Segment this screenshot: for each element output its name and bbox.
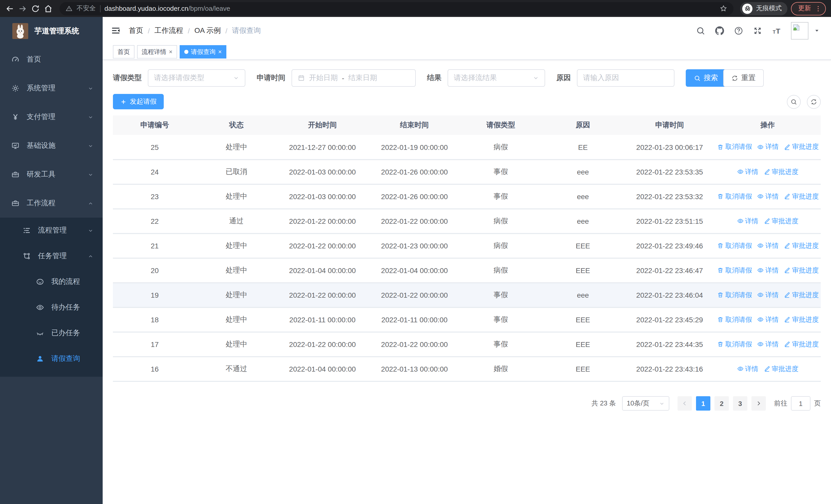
approval-progress-link[interactable]: 审批进度 (784, 241, 819, 250)
approval-progress-link[interactable]: 审批进度 (784, 192, 819, 201)
tab-process-detail[interactable]: 流程详情× (137, 45, 177, 59)
avatar[interactable] (791, 22, 808, 39)
font-size-icon[interactable]: TT (772, 26, 781, 35)
pen-icon (784, 317, 791, 323)
pen-icon (784, 267, 791, 274)
page-3-button[interactable]: 3 (733, 396, 747, 411)
browser-menu-icon[interactable] (814, 5, 822, 12)
leave-type-select[interactable]: 请选择请假类型 (148, 69, 245, 87)
detail-link[interactable]: 详情 (757, 291, 779, 300)
table-header-row: 申请编号状态开始时间结束时间请假类型原因申请时间操作 (113, 116, 821, 135)
sidebar-item-done-tasks[interactable]: 已办任务 (0, 320, 103, 346)
approval-progress-link[interactable]: 审批进度 (764, 167, 798, 177)
detail-link[interactable]: 详情 (757, 241, 779, 250)
page-1-button[interactable]: 1 (696, 396, 710, 411)
avatar-caret-down-icon[interactable] (814, 28, 820, 33)
detail-link[interactable]: 详情 (757, 266, 779, 275)
sidebar-item-my-process[interactable]: 我的流程 (0, 269, 103, 295)
detail-link[interactable]: 详情 (757, 315, 779, 324)
github-icon[interactable] (715, 26, 724, 35)
help-icon[interactable] (734, 26, 743, 35)
cancel-leave-link[interactable]: 取消请假 (717, 142, 752, 152)
detail-link[interactable]: 详情 (737, 167, 758, 177)
next-page-button[interactable] (751, 396, 766, 411)
menu-fold-icon[interactable] (111, 26, 121, 35)
apply-time-range-picker[interactable]: 开始日期 - 结束日期 (291, 69, 416, 87)
cancel-leave-link-label: 取消请假 (725, 315, 752, 324)
detail-link-label: 详情 (765, 291, 779, 300)
url-bar[interactable]: 不安全 dashboard.yudao.iocoder.cn/bpm/oa/le… (60, 2, 734, 15)
cell-reason: EEE (541, 258, 625, 283)
breadcrumb-oa-example[interactable]: OA 示例 (195, 26, 221, 35)
sidebar-item-label: 支付管理 (27, 112, 88, 122)
sidebar-item-task-mgmt[interactable]: 任务管理 (0, 243, 103, 269)
cancel-leave-link[interactable]: 取消请假 (717, 192, 752, 201)
sidebar-item-home[interactable]: 首页 (0, 45, 103, 74)
sidebar-item-todo-tasks[interactable]: 待办任务 (0, 295, 103, 320)
detail-link[interactable]: 详情 (757, 340, 779, 349)
approval-progress-link[interactable]: 审批进度 (784, 315, 819, 324)
approval-progress-link[interactable]: 审批进度 (784, 291, 819, 300)
close-icon[interactable]: × (169, 49, 172, 55)
toggle-search-button[interactable] (787, 95, 801, 109)
approval-progress-link[interactable]: 审批进度 (764, 364, 798, 374)
cancel-leave-link[interactable]: 取消请假 (717, 266, 752, 275)
detail-link[interactable]: 详情 (737, 364, 758, 374)
create-leave-button[interactable]: 发起请假 (113, 94, 164, 109)
reload-icon[interactable] (31, 4, 40, 13)
app-logo-row[interactable]: 芋道管理系统 (0, 17, 103, 45)
back-icon[interactable] (5, 4, 15, 13)
fullscreen-icon[interactable] (753, 26, 762, 35)
breadcrumb-workflow[interactable]: 工作流程 (154, 26, 183, 35)
page-size-select[interactable]: 10条/页 (622, 396, 669, 411)
detail-link[interactable]: 详情 (757, 142, 779, 152)
approval-progress-link[interactable]: 审批进度 (784, 340, 819, 349)
cancel-leave-link[interactable]: 取消请假 (717, 291, 752, 300)
update-button[interactable]: 更新 (791, 2, 826, 15)
page-size-value: 10条/页 (627, 399, 649, 408)
cell-end: 2022-01-26 00:00:00 (369, 159, 461, 184)
home-icon[interactable] (44, 4, 53, 13)
eye-icon (737, 366, 744, 373)
reset-button[interactable]: 重置 (723, 69, 764, 87)
search-icon[interactable] (696, 26, 705, 35)
cell-actions: 详情审批进度 (715, 357, 821, 381)
sidebar-item-process-mgmt[interactable]: 流程管理 (0, 217, 103, 243)
search-icon (791, 98, 797, 105)
reason-input[interactable]: 请输入原因 (577, 69, 675, 87)
detail-link[interactable]: 详情 (737, 216, 758, 226)
approval-progress-link[interactable]: 审批进度 (784, 142, 819, 152)
close-icon[interactable]: × (218, 49, 222, 55)
cancel-leave-link[interactable]: 取消请假 (717, 315, 752, 324)
tab-label: 首页 (118, 48, 130, 56)
cell-id: 23 (113, 184, 196, 209)
bookmark-star-icon[interactable] (720, 5, 727, 12)
sidebar-item-payment-mgmt[interactable]: 支付管理 (0, 102, 103, 131)
tab-home[interactable]: 首页 (113, 45, 135, 59)
prev-page-button[interactable] (678, 396, 692, 411)
eye-icon (757, 267, 764, 274)
cancel-leave-link[interactable]: 取消请假 (717, 241, 752, 250)
detail-link[interactable]: 详情 (757, 192, 779, 201)
sidebar-item-workflow[interactable]: 工作流程 (0, 189, 103, 217)
refresh-table-button[interactable] (807, 95, 821, 109)
cell-end: 2022-01-22 00:00:00 (369, 332, 461, 357)
result-select[interactable]: 请选择流结果 (448, 69, 545, 87)
approval-progress-link[interactable]: 审批进度 (784, 266, 819, 275)
forward-icon[interactable] (18, 4, 27, 13)
eye-closed-icon (36, 329, 44, 337)
breadcrumb-home[interactable]: 首页 (129, 26, 143, 35)
cancel-leave-link[interactable]: 取消请假 (717, 340, 752, 349)
app-title: 芋道管理系统 (34, 26, 79, 36)
sidebar-item-system-mgmt[interactable]: 系统管理 (0, 74, 103, 102)
search-button[interactable]: 搜索 (686, 69, 726, 87)
page-2-button[interactable]: 2 (715, 396, 729, 411)
tab-leave-query[interactable]: 请假查询× (180, 45, 226, 59)
cell-start: 2022-01-04 00:00:00 (277, 258, 369, 283)
sidebar-item-infrastructure[interactable]: 基础设施 (0, 131, 103, 160)
incognito-icon (742, 3, 752, 13)
goto-page-input[interactable]: 1 (791, 396, 810, 411)
approval-progress-link[interactable]: 审批进度 (764, 216, 798, 226)
sidebar-item-dev-tools[interactable]: 研发工具 (0, 160, 103, 189)
sidebar-item-leave-query[interactable]: 请假查询 (0, 346, 103, 372)
